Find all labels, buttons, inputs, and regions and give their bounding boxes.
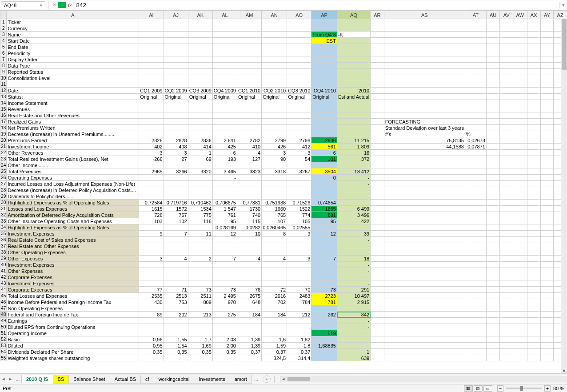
cell-AL30[interactable]: 0,706675 bbox=[212, 200, 237, 206]
cell-AJ3[interactable] bbox=[164, 32, 188, 38]
cell-AL12[interactable]: CQ4 2009 bbox=[212, 88, 237, 94]
cell-AT3[interactable] bbox=[465, 32, 486, 38]
cell-AJ37[interactable] bbox=[164, 243, 188, 249]
cell-AI7[interactable] bbox=[139, 56, 164, 63]
cell-AI17[interactable] bbox=[139, 119, 164, 125]
cell-AX21[interactable] bbox=[527, 144, 540, 150]
cell-AT47[interactable] bbox=[465, 305, 486, 312]
cell-AM23[interactable]: 127 bbox=[237, 156, 261, 162]
row-header-49[interactable]: 49 bbox=[0, 318, 7, 324]
cell-AP4[interactable]: EST bbox=[311, 38, 337, 44]
cell-AR1[interactable] bbox=[371, 19, 384, 25]
cell-AY38[interactable] bbox=[540, 249, 554, 256]
cell-AY51[interactable] bbox=[540, 330, 554, 336]
cell-AK32[interactable]: 775 bbox=[188, 212, 212, 218]
cell-AJ26[interactable] bbox=[164, 175, 188, 181]
cell-AP38[interactable] bbox=[311, 249, 337, 256]
cell-AQ5[interactable] bbox=[337, 44, 370, 50]
cell-AW2[interactable] bbox=[513, 25, 527, 32]
cell-AW51[interactable] bbox=[513, 330, 527, 336]
cell-AO26[interactable] bbox=[287, 175, 311, 181]
cell-AW5[interactable] bbox=[513, 44, 527, 50]
cell-AR34[interactable] bbox=[371, 224, 384, 231]
cell-AW46[interactable] bbox=[513, 299, 527, 305]
cell-A27[interactable]: Incurred Losses and Loss Adjustment Expe… bbox=[7, 181, 139, 187]
cell-AO18[interactable] bbox=[287, 125, 311, 131]
cell-AJ5[interactable] bbox=[164, 44, 188, 50]
cell-AL50[interactable] bbox=[212, 324, 237, 330]
cell-AY16[interactable] bbox=[540, 112, 554, 119]
cell-AL18[interactable] bbox=[212, 125, 237, 131]
cell-AV27[interactable] bbox=[500, 181, 513, 187]
column-header-AZ[interactable]: AZ bbox=[554, 11, 567, 19]
cell-AK54[interactable]: 0,35 bbox=[188, 349, 212, 355]
cell-A7[interactable]: Display Order bbox=[7, 56, 139, 63]
cell-AW42[interactable] bbox=[513, 274, 527, 280]
cell-AU2[interactable] bbox=[486, 25, 499, 32]
cell-AK7[interactable] bbox=[188, 56, 212, 63]
cell-AT31[interactable] bbox=[465, 206, 486, 212]
cell-A39[interactable]: Other Expenses bbox=[7, 256, 139, 262]
cell-AO42[interactable] bbox=[287, 274, 311, 280]
cell-AO21[interactable]: 412 bbox=[287, 144, 311, 150]
cell-AJ39[interactable]: 4 bbox=[164, 256, 188, 262]
cell-A54[interactable]: Dividends Declared Per Share bbox=[7, 349, 139, 355]
cell-AX7[interactable] bbox=[527, 56, 540, 63]
cell-AS38[interactable] bbox=[384, 249, 465, 256]
cell-AI21[interactable]: 402 bbox=[139, 144, 164, 150]
cell-AO29[interactable] bbox=[287, 193, 311, 200]
row-header-25[interactable]: 25 bbox=[0, 168, 7, 175]
cell-AO33[interactable]: 105 bbox=[287, 218, 311, 224]
cell-AX53[interactable] bbox=[527, 343, 540, 349]
cell-A23[interactable]: Total Realized Investment Gains (Losses)… bbox=[7, 156, 139, 162]
cell-AX40[interactable] bbox=[527, 262, 540, 268]
cell-AT18[interactable] bbox=[465, 125, 486, 131]
cell-AS10[interactable] bbox=[384, 75, 465, 81]
row-header-19[interactable]: 19 bbox=[0, 131, 7, 137]
cell-AS22[interactable] bbox=[384, 150, 465, 156]
cell-AM39[interactable]: 4 bbox=[237, 256, 261, 262]
cell-AJ12[interactable]: CQ2 2009 bbox=[164, 88, 188, 94]
cell-AP12[interactable]: CQ4 2010 bbox=[311, 88, 337, 94]
cell-AR35[interactable] bbox=[371, 231, 384, 237]
cell-AK28[interactable] bbox=[188, 187, 212, 193]
cell-AW55[interactable] bbox=[513, 355, 527, 361]
cell-AN40[interactable] bbox=[262, 262, 287, 268]
cell-AV34[interactable] bbox=[500, 224, 513, 231]
cell-AO55[interactable]: 314,4 bbox=[287, 355, 311, 361]
cell-AT28[interactable] bbox=[465, 187, 486, 193]
row-header-9[interactable]: 9 bbox=[0, 69, 7, 75]
cell-AO10[interactable] bbox=[287, 75, 311, 81]
cell-AR41[interactable] bbox=[371, 268, 384, 274]
cell-AU52[interactable] bbox=[486, 336, 499, 343]
cell-AJ45[interactable]: 2513 bbox=[164, 293, 188, 299]
cell-AL5[interactable] bbox=[212, 44, 237, 50]
cell-AV7[interactable] bbox=[500, 56, 513, 63]
cell-AK5[interactable] bbox=[188, 44, 212, 50]
cell-AP24[interactable] bbox=[311, 162, 337, 168]
cell-AV19[interactable] bbox=[500, 131, 513, 137]
cell-AN25[interactable]: 3318 bbox=[262, 168, 287, 175]
cell-AY35[interactable] bbox=[540, 231, 554, 237]
cell-AT5[interactable] bbox=[465, 44, 486, 50]
cell-AU49[interactable] bbox=[486, 318, 499, 324]
cell-AM17[interactable] bbox=[237, 119, 261, 125]
cell-AW22[interactable] bbox=[513, 150, 527, 156]
cell-AQ21[interactable]: 1 809 bbox=[337, 144, 370, 150]
cell-AM26[interactable] bbox=[237, 175, 261, 181]
cell-AU40[interactable] bbox=[486, 262, 499, 268]
cell-AV6[interactable] bbox=[500, 50, 513, 56]
cell-AK41[interactable] bbox=[188, 268, 212, 274]
cell-AU6[interactable] bbox=[486, 50, 499, 56]
cell-AN42[interactable] bbox=[262, 274, 287, 280]
cell-AT24[interactable] bbox=[465, 162, 486, 168]
cell-AX20[interactable] bbox=[527, 137, 540, 144]
cell-AT43[interactable] bbox=[465, 280, 486, 287]
cell-AY34[interactable] bbox=[540, 224, 554, 231]
column-header-AM[interactable]: AM bbox=[237, 11, 261, 19]
cell-AN55[interactable]: 324,5 bbox=[262, 355, 287, 361]
cell-AP6[interactable] bbox=[311, 50, 337, 56]
cell-AP45[interactable]: 2723 bbox=[311, 293, 337, 299]
cell-AS24[interactable] bbox=[384, 162, 465, 168]
cell-AW30[interactable] bbox=[513, 200, 527, 206]
